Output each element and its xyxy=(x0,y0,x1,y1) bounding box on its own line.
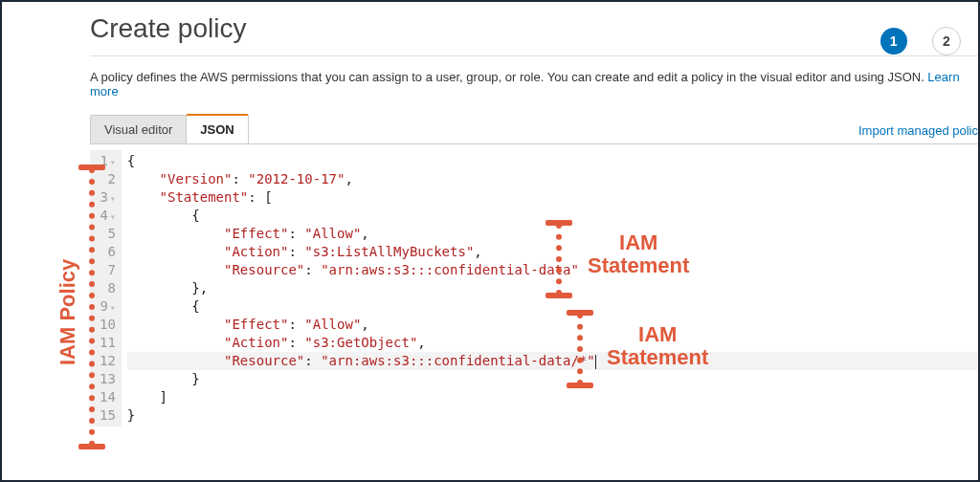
step-1[interactable]: 1 xyxy=(880,28,907,55)
step-2[interactable]: 2 xyxy=(932,27,961,55)
wizard-steps: 1 2 xyxy=(859,27,961,55)
json-editor[interactable]: 1▾ 2 3▾ 4▾ 5 6 7 8 9▾ 10 11 12 13 14 15 … xyxy=(90,150,978,427)
code-area[interactable]: { "Version": "2012-10-17", "Statement": … xyxy=(122,150,978,427)
editor-tabs: Visual editor JSON Import managed polic xyxy=(90,114,978,144)
import-managed-policy-link[interactable]: Import managed polic xyxy=(858,123,978,143)
page-title: Create policy xyxy=(90,13,978,44)
tab-json[interactable]: JSON xyxy=(186,114,248,143)
tab-visual-editor[interactable]: Visual editor xyxy=(90,115,187,143)
policy-description: A policy defines the AWS permissions tha… xyxy=(90,70,978,99)
divider xyxy=(90,55,978,56)
text-cursor xyxy=(595,355,596,369)
description-text: A policy defines the AWS permissions tha… xyxy=(90,70,927,84)
line-gutter: 1▾ 2 3▾ 4▾ 5 6 7 8 9▾ 10 11 12 13 14 15 xyxy=(90,150,122,427)
